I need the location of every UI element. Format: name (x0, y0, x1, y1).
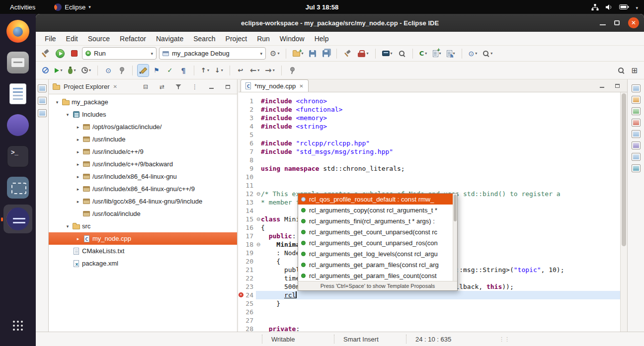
activities-button[interactable]: Activities (7, 2, 38, 12)
tree-item[interactable]: CMakeLists.txt (49, 245, 237, 257)
skip-breakpoints-icon[interactable] (40, 65, 51, 76)
chevron-collapsed-icon[interactable]: ▸ (75, 236, 81, 241)
code-text[interactable]: private: (261, 325, 620, 332)
popup-scrollbar[interactable] (453, 194, 457, 281)
search-icon[interactable] (616, 65, 627, 76)
build-icon[interactable] (40, 48, 52, 60)
line-marker-ruler[interactable] (239, 240, 243, 249)
tab-project-explorer[interactable]: Project Explorer ✕ (53, 83, 117, 90)
mark-occurrences-toggle[interactable] (138, 65, 149, 76)
code-text[interactable] (261, 316, 620, 325)
tree-item[interactable]: ▸/usr/include/x86_64-linux-gnu (49, 170, 237, 183)
minimize-view-icon[interactable] (206, 81, 217, 93)
c-cpp-perspective-icon[interactable]: ⊞ (629, 65, 640, 76)
build-all-icon[interactable] (342, 48, 354, 60)
line-marker-ruler[interactable] (239, 173, 243, 181)
line-marker-ruler[interactable] (239, 190, 243, 198)
menu-caret-icon[interactable]: ▾ (636, 3, 638, 11)
chevron-expanded-icon[interactable]: ▾ (64, 224, 71, 229)
maximize-view-icon[interactable] (222, 81, 233, 93)
chevron-expanded-icon[interactable]: ▾ (64, 112, 71, 117)
tree-item[interactable]: ▸/usr/include/c++/9/backward (49, 158, 237, 170)
text-editor-dock-item[interactable] (3, 79, 32, 108)
run-button[interactable] (54, 48, 66, 60)
completion-item[interactable]: rcl_qos_profile_rosout_default : const r… (298, 194, 457, 205)
code-text[interactable]: #include <string> (261, 122, 620, 131)
link-with-editor-icon[interactable]: ⇄ (157, 81, 167, 93)
menu-navigate[interactable]: Navigate (151, 33, 188, 44)
completion-item[interactable]: rcl_arguments_get_param_files_count(cons… (298, 270, 457, 281)
previous-annotation-dropdown[interactable]: ↑▾ (199, 65, 211, 76)
menu-refactor[interactable]: Refactor (115, 33, 151, 44)
line-marker-ruler[interactable] (239, 316, 243, 325)
pin-editor-icon[interactable] (287, 65, 298, 76)
show-tasks-icon[interactable]: ✓ (164, 65, 175, 76)
code-text[interactable]: } (261, 299, 620, 308)
line-marker-ruler[interactable] (239, 223, 243, 232)
new-header-dropdown[interactable]: ▾ (445, 48, 457, 60)
minimize-editor-icon[interactable] (596, 80, 607, 92)
code-text[interactable] (261, 156, 620, 164)
code-text[interactable] (261, 173, 620, 181)
next-annotation-dropdown[interactable]: ↓▾ (213, 65, 225, 76)
code-text[interactable]: #include <functional> (261, 105, 620, 114)
stop-button[interactable] (69, 48, 80, 60)
menu-help[interactable]: Help (310, 33, 334, 44)
new-file-dropdown[interactable]: ▾ (431, 48, 443, 60)
chevron-expanded-icon[interactable]: ▾ (54, 100, 61, 105)
chevron-collapsed-icon[interactable]: ▸ (75, 162, 81, 167)
line-marker-ruler[interactable] (239, 156, 243, 164)
line-marker-ruler[interactable] (239, 282, 243, 291)
chevron-collapsed-icon[interactable]: ▸ (75, 187, 81, 192)
tree-item[interactable]: ▸/opt/ros/galactic/include/ (49, 121, 237, 133)
terminal-dock-item[interactable] (3, 142, 32, 171)
code-text[interactable]: #include "rclcpp/rclcpp.hpp" (261, 139, 620, 147)
line-marker-ruler[interactable] (239, 105, 243, 114)
files-dock-item[interactable] (3, 48, 32, 77)
profile-history-dropdown[interactable]: ▾ (80, 65, 92, 76)
completion-item[interactable]: rcl_arguments_get_param_files(const rcl_… (298, 259, 457, 270)
help-dock-item[interactable] (3, 111, 32, 139)
line-marker-ruler[interactable] (239, 249, 243, 257)
completion-item[interactable]: rcl_arguments_copy(const rcl_arguments_t… (298, 205, 457, 215)
line-marker-ruler[interactable] (239, 147, 243, 156)
code-text[interactable] (261, 131, 620, 139)
chevron-collapsed-icon[interactable]: ▸ (75, 149, 81, 154)
line-marker-ruler[interactable] (239, 207, 243, 215)
console-view-icon[interactable] (632, 130, 641, 138)
tree-item[interactable]: ▸/usr/include/c++/9 (49, 145, 237, 158)
app-menu-button[interactable]: Eclipse ▾ (51, 2, 93, 12)
tree-item[interactable]: ▸/usr/lib/gcc/x86_64-linux-gnu/9/include (49, 195, 237, 208)
line-marker-ruler[interactable]: ✕ (239, 291, 243, 299)
outline-view-icon[interactable] (632, 96, 641, 104)
restore-panel-icon[interactable] (38, 84, 47, 92)
pin-view-icon[interactable] (116, 65, 127, 76)
line-marker-ruler[interactable] (239, 257, 243, 266)
line-marker-ruler[interactable] (239, 164, 243, 173)
screenshot-tool-dock-item[interactable] (3, 173, 32, 202)
open-task-icon[interactable]: ⊙ (103, 65, 114, 76)
tree-item[interactable]: ▾Includes (49, 108, 237, 121)
open-type-dropdown[interactable]: ⊙▾ (467, 48, 479, 60)
tree-item[interactable]: ▸/usr/include/x86_64-linux-gnu/c++/9 (49, 183, 237, 195)
debug-history-dropdown[interactable]: ▾ (67, 65, 78, 76)
fold-collapse-icon[interactable]: ⊖ (256, 240, 261, 249)
chevron-collapsed-icon[interactable]: ▸ (75, 199, 81, 204)
line-marker-ruler[interactable] (239, 139, 243, 147)
tree-item[interactable]: /usr/local/include (49, 208, 237, 220)
chevron-collapsed-icon[interactable]: ▸ (75, 125, 81, 130)
build-config-combo[interactable]: my_package Debug ▾ (159, 47, 266, 60)
line-marker-ruler[interactable] (239, 325, 243, 332)
maximize-editor-icon[interactable] (612, 80, 623, 92)
code-text[interactable]: rcl (261, 291, 620, 299)
close-icon[interactable]: ✕ (113, 84, 117, 89)
line-marker-ruler[interactable] (239, 266, 243, 274)
line-marker-ruler[interactable] (239, 274, 243, 282)
editor-scrollbar[interactable] (620, 92, 627, 332)
menu-project[interactable]: Project (221, 33, 252, 44)
window-maximize-button[interactable] (614, 20, 620, 25)
menu-source[interactable]: Source (83, 33, 115, 44)
back-dropdown[interactable]: ←▾ (248, 65, 261, 76)
open-console-dropdown[interactable]: ▾ (381, 48, 394, 60)
completion-item[interactable]: rcl_arguments_get_log_levels(const rcl_a… (298, 248, 457, 259)
